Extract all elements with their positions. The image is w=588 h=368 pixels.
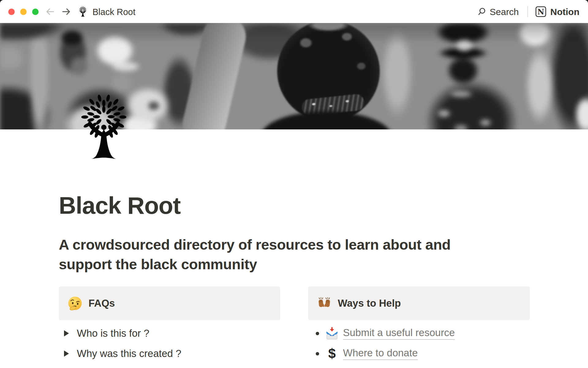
window-titlebar: Black Root Search N Notion: [0, 0, 588, 23]
page-subtitle[interactable]: A crowdsourced directory of resources to…: [59, 235, 450, 274]
traffic-light-close-button[interactable]: [8, 9, 15, 15]
notion-window: Black Root Search N Notion Black Root A …: [0, 0, 588, 368]
ways-to-help-callout-label: Ways to Help: [338, 297, 401, 309]
search-button[interactable]: Search: [490, 7, 519, 17]
submit-resource-link[interactable]: Submit a useful resource: [343, 327, 455, 340]
toggle-label: Who is this for ?: [77, 328, 149, 339]
where-to-donate-link[interactable]: Where to donate: [343, 347, 418, 360]
traffic-light-minimize-button[interactable]: [20, 9, 27, 15]
inbox-tray-emoji: [325, 327, 339, 340]
titlebar-divider: [527, 6, 528, 17]
toggle-who-is-this-for[interactable]: Who is this for ?: [59, 326, 149, 341]
heavy-dollar-sign-emoji: $: [325, 347, 339, 360]
page-subtitle-line-1: A crowdsourced directory of resources to…: [59, 235, 450, 255]
triangle-toggle-icon[interactable]: [62, 350, 70, 357]
titlebar-page-title: Black Root: [92, 7, 135, 17]
toggle-why-was-this-created[interactable]: Why was this created ?: [59, 346, 181, 361]
faqs-callout-label: FAQs: [89, 297, 115, 309]
notion-app-label[interactable]: Notion: [550, 7, 579, 17]
triangle-toggle-icon[interactable]: [62, 330, 70, 337]
page-title[interactable]: Black Root: [59, 193, 180, 218]
toggle-label: Why was this created ?: [77, 348, 181, 359]
svg-text:N: N: [537, 7, 544, 16]
forward-arrow-icon[interactable]: [61, 7, 71, 17]
tree-icon: [77, 6, 88, 17]
ways-to-help-callout[interactable]: Ways to Help: [308, 286, 530, 320]
page-subtitle-line-2: support the black community: [59, 255, 450, 274]
notion-logo-icon[interactable]: N: [535, 6, 547, 17]
search-icon[interactable]: [478, 7, 486, 16]
bullet-dot: [316, 332, 319, 335]
page-tree-icon[interactable]: [70, 93, 137, 159]
bullet-dot: [316, 352, 319, 355]
faqs-callout[interactable]: FAQs: [59, 286, 280, 320]
back-arrow-icon[interactable]: [45, 7, 55, 17]
bullet-submit-resource: Submit a useful resource: [308, 326, 455, 341]
raising-hands-emoji: [317, 296, 331, 310]
traffic-light-zoom-button[interactable]: [32, 9, 39, 15]
bullet-where-to-donate: $ Where to donate: [308, 346, 418, 361]
thinking-face-emoji: [68, 296, 82, 310]
